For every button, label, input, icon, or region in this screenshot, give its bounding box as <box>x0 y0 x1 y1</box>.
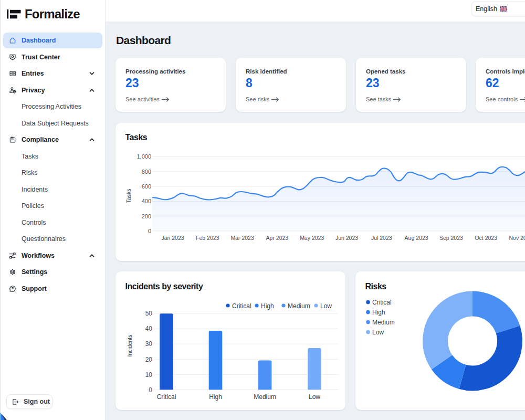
svg-text:Medium: Medium <box>254 393 276 401</box>
svg-text:Nov 2023: Nov 2023 <box>509 235 525 241</box>
svg-text:400: 400 <box>142 198 151 204</box>
svg-text:Critical: Critical <box>232 302 251 310</box>
svg-text:20: 20 <box>145 356 153 363</box>
svg-text:Incidents: Incidents <box>127 334 133 356</box>
svg-text:Low: Low <box>372 329 384 336</box>
svg-text:Medium: Medium <box>288 302 310 310</box>
svg-text:50: 50 <box>145 310 153 317</box>
svg-text:Sep 2023: Sep 2023 <box>439 235 463 241</box>
svg-text:30: 30 <box>145 340 153 348</box>
svg-text:Critical: Critical <box>157 393 176 401</box>
svg-text:High: High <box>261 302 274 310</box>
svg-text:Jan 2023: Jan 2023 <box>161 235 184 241</box>
svg-text:Medium: Medium <box>372 319 395 326</box>
svg-text:800: 800 <box>142 169 151 175</box>
svg-text:1,000: 1,000 <box>136 153 151 160</box>
svg-text:Apr 2023: Apr 2023 <box>266 235 289 241</box>
svg-text:High: High <box>372 309 385 316</box>
svg-text:Feb 2023: Feb 2023 <box>196 235 219 241</box>
svg-text:Mar 2023: Mar 2023 <box>230 235 254 241</box>
svg-text:Aug 2023: Aug 2023 <box>405 235 428 241</box>
svg-text:Low: Low <box>320 302 332 310</box>
svg-text:40: 40 <box>145 325 153 332</box>
svg-text:200: 200 <box>142 213 151 219</box>
svg-text:Tasks: Tasks <box>125 189 132 203</box>
svg-text:Low: Low <box>309 393 320 401</box>
svg-text:0: 0 <box>148 228 151 234</box>
svg-text:Jun 2023: Jun 2023 <box>335 235 358 241</box>
svg-text:Oct 2023: Oct 2023 <box>475 235 497 241</box>
svg-text:High: High <box>209 393 222 401</box>
svg-text:0: 0 <box>149 386 152 394</box>
svg-text:600: 600 <box>142 183 151 190</box>
svg-text:Critical: Critical <box>372 299 392 306</box>
svg-text:10: 10 <box>145 371 153 379</box>
svg-text:Jul 2023: Jul 2023 <box>371 235 392 241</box>
svg-text:May 2023: May 2023 <box>300 235 324 241</box>
